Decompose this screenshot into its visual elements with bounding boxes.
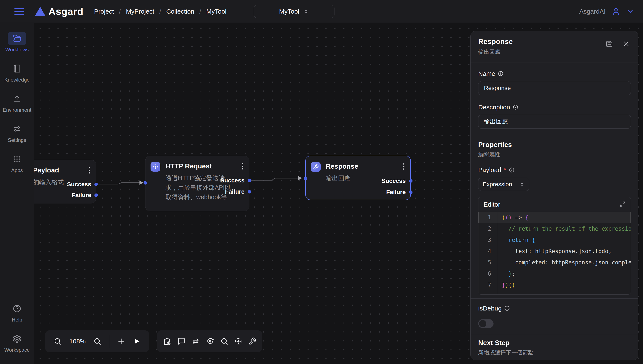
payload-type-value: Expression [483,181,512,188]
top-nav: Asgard Project/MyProject/Collection/MyTo… [0,0,643,23]
node-title: Response [326,162,358,170]
node-menu-kebab-icon[interactable] [403,163,404,170]
zoom-in-button[interactable] [93,337,101,345]
code-line[interactable]: 6 }; [478,268,631,280]
output-port-success[interactable] [409,179,412,183]
sidebar-item-apps[interactable]: Apps [8,152,26,173]
arrows-left-right-icon [191,337,200,346]
code-line[interactable]: 3 return { [478,234,631,246]
line-number: 4 [478,246,497,257]
expand-editor-button[interactable] [620,201,625,208]
diamond-arrows-icon [150,162,160,172]
zoom-toolbar: 108% [45,330,149,352]
zoom-out-button[interactable] [54,337,62,345]
sliders-icon [13,125,21,133]
payload-label: Payload [478,166,501,174]
diamond-arrows-icon [234,337,242,345]
panel-properties-section: Properties 編輯屬性 Payload * Expression Edi… [471,136,638,298]
port-label-success: Success [220,178,245,184]
maximize-icon [620,201,625,207]
output-port-failure[interactable] [94,194,98,197]
breadcrumb-item[interactable]: Project [94,8,114,15]
sidebar-item-help[interactable]: Help [8,302,26,323]
search-canvas-button[interactable] [220,337,228,345]
add-node-shape-button[interactable] [163,337,171,346]
sidebar-item-workspace[interactable]: Workspace [4,332,30,353]
output-port-failure[interactable] [248,190,251,194]
chevrons-up-down-icon [519,182,525,187]
node-menu-kebab-icon[interactable] [242,163,243,170]
output-port-success[interactable] [248,179,251,182]
zoom-out-icon [54,337,62,345]
node-payload[interactable]: Payload 的輸入格式 Success Failure [34,160,96,204]
hamburger-menu-icon[interactable] [15,8,24,15]
code-editor[interactable]: 1(() => {2 // return the result of the e… [478,212,631,294]
auto-suggest-button[interactable] [206,337,214,346]
panel-subtitle: 輸出回應 [478,48,630,56]
panel-next-step-section: Next Step 新增或選擇下一個節點 Success + 新增目標節點 [471,334,638,360]
zoom-level-value: 108% [69,338,86,345]
wrench-icon [248,337,257,345]
code-line[interactable]: 2 // return the result of the expression [478,223,631,234]
user-icon[interactable] [611,7,620,16]
code-line[interactable]: 7})() [478,280,631,291]
port-label-failure: Failure [72,192,91,198]
node-add-icon [163,337,171,346]
next-step-title: Next Step [478,339,630,347]
chevron-down-icon[interactable] [626,8,634,15]
panel-debug-section: isDebug [471,299,638,334]
save-button[interactable] [606,40,613,48]
sidebar-item-environment[interactable]: Environment [3,92,32,113]
breadcrumb-item[interactable]: Collection [166,8,194,15]
swap-direction-button[interactable] [191,337,200,346]
code-line[interactable]: 1(() => { [478,212,631,223]
line-number: 5 [478,257,497,268]
port-label-failure: Failure [386,189,406,195]
line-number: 1 [478,212,497,223]
apps-grid-icon [13,155,21,163]
output-port-success[interactable] [94,183,98,186]
run-workflow-button[interactable] [133,338,141,345]
isdebug-toggle[interactable] [478,319,494,328]
breadcrumb-separator: / [159,8,161,15]
sidebar-item-knowledge[interactable]: Knowledge [5,62,30,83]
node-menu-kebab-icon[interactable] [89,167,90,174]
node-http-request[interactable]: HTTP Request 透過HTTP協定發送請求，用於串接外部API以取得資料… [145,156,250,211]
properties-subtitle: 編輯屬性 [478,151,630,158]
components-button[interactable] [234,337,242,345]
node-response[interactable]: Response 輸出回應 Success Failure [305,156,411,200]
toolbar-divider [109,335,110,348]
brand-name: Asgard [49,6,83,17]
input-port[interactable] [143,181,147,184]
book-icon [13,64,21,73]
inspector-panel: Response 輸出回應 Name Description Propertie… [470,31,638,360]
tool-select[interactable]: MyTool [254,5,334,18]
sidebar-item-workflows[interactable]: Workflows [5,32,29,53]
node-title: Payload [34,166,59,174]
editor-title: Editor [484,201,500,208]
name-input[interactable] [478,81,631,95]
payload-type-select[interactable]: Expression [478,178,529,191]
port-label-success: Success [67,181,91,187]
sidebar-item-settings[interactable]: Settings [8,122,26,143]
close-panel-button[interactable] [623,40,629,48]
breadcrumb-item[interactable]: MyTool [206,8,227,15]
output-port-failure[interactable] [409,190,412,194]
sidebar-item-label: Environment [3,107,32,113]
help-circle-icon [13,304,22,313]
add-node-button[interactable] [117,337,125,346]
comment-button[interactable] [177,337,185,345]
gear-icon [13,334,22,343]
info-icon [513,104,518,110]
lightbulb-refresh-icon [206,337,214,346]
code-line[interactable]: 4 text: httpResponse.json.todo, [478,246,631,257]
code-line[interactable]: 5 completed: httpResponse.json.completed [478,257,631,268]
name-label: Name [478,70,495,77]
info-icon [498,71,504,76]
actions-toolbar [157,330,262,352]
input-port[interactable] [304,177,307,180]
tools-button[interactable] [248,337,257,345]
breadcrumb-item[interactable]: MyProject [126,8,154,15]
sidebar-item-label: Settings [8,137,26,143]
description-input[interactable] [478,115,631,129]
